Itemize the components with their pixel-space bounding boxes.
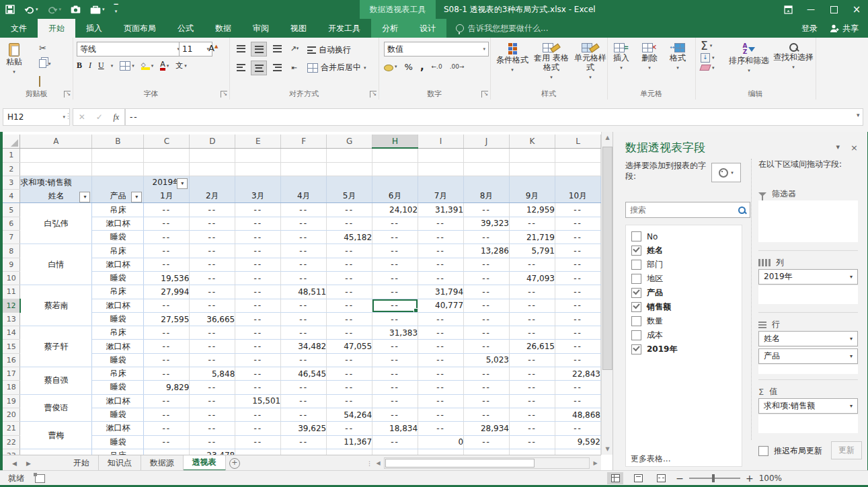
grid-cell[interactable]: -- xyxy=(144,367,190,381)
grid-cell[interactable]: -- xyxy=(327,244,372,258)
grid-cell[interactable]: -- xyxy=(235,340,281,353)
grid-cell[interactable]: 31,391 xyxy=(418,203,464,217)
month-header-4月[interactable]: 4月 xyxy=(281,190,327,203)
grid-cell[interactable]: 22,843 xyxy=(555,367,600,381)
pane-close-icon[interactable]: × xyxy=(851,143,858,153)
align-right-button[interactable] xyxy=(270,61,284,74)
grid-cell[interactable] xyxy=(235,148,281,162)
decrease-indent-button[interactable]: ⇤ xyxy=(287,61,302,74)
grid-cell[interactable]: -- xyxy=(327,394,372,408)
autosum-button[interactable]: Σ▾ xyxy=(701,40,715,51)
sort-filter-button[interactable]: AZ 排序和筛选▾ xyxy=(725,40,773,75)
italic-button[interactable]: I xyxy=(89,61,91,71)
grid-cell[interactable] xyxy=(464,148,510,162)
number-format-combo[interactable]: 数值▾ xyxy=(384,42,489,57)
grid-cell[interactable]: -- xyxy=(144,435,190,449)
copy-button[interactable]: ▾ xyxy=(39,59,51,68)
grid-cell[interactable] xyxy=(92,162,144,176)
grid-cell[interactable]: -- xyxy=(418,394,464,408)
grid-cell[interactable]: -- xyxy=(144,217,190,230)
font-name-combo[interactable]: 等线▾ xyxy=(77,42,183,57)
grid-cell[interactable]: -- xyxy=(327,326,372,340)
grid-cell[interactable]: -- xyxy=(555,285,600,299)
grid-cell[interactable]: -- xyxy=(372,271,418,285)
grid-cell[interactable] xyxy=(555,176,600,189)
grid-cell[interactable]: -- xyxy=(464,258,510,271)
field-checkbox[interactable] xyxy=(631,231,641,241)
wrap-text-button[interactable]: 自动换行 xyxy=(307,44,351,56)
grid-cell[interactable]: -- xyxy=(144,231,190,244)
grid-cell[interactable]: -- xyxy=(327,217,372,230)
grid-cell[interactable]: 47,055 xyxy=(327,340,372,353)
grid-cell[interactable]: -- xyxy=(509,299,555,312)
ribbon-tab-设计[interactable]: 设计 xyxy=(409,19,446,38)
month-header-9月[interactable]: 9月 xyxy=(509,190,555,203)
grid-cell[interactable]: -- xyxy=(555,381,600,394)
grid-cell[interactable]: -- xyxy=(235,435,281,449)
grid-cell[interactable]: -- xyxy=(372,285,418,299)
pivot-title-cell[interactable]: 求和项:销售额 xyxy=(20,176,92,189)
more-tables-link[interactable]: 更多表格... xyxy=(631,453,670,465)
grid-cell[interactable]: 15,501 xyxy=(235,394,281,408)
grid-cell[interactable]: -- xyxy=(464,285,510,299)
grid-cell[interactable]: 19,536 xyxy=(144,271,190,285)
grid-cell[interactable]: -- xyxy=(372,394,418,408)
grid-cell[interactable]: -- xyxy=(372,408,418,421)
defer-layout-checkbox[interactable] xyxy=(758,446,768,456)
grid-cell[interactable]: -- xyxy=(555,258,600,271)
grid-cell[interactable]: 40,777 xyxy=(418,299,464,312)
grid-cell[interactable]: -- xyxy=(555,394,600,408)
grid-cell[interactable] xyxy=(92,176,144,189)
grid-cell[interactable]: -- xyxy=(555,231,600,244)
sheet-tab-透视表[interactable]: 透视表 xyxy=(184,455,226,471)
grid-cell[interactable]: -- xyxy=(190,435,235,449)
area-pill-产品[interactable]: 产品▾ xyxy=(758,348,858,364)
grid-cell[interactable]: -- xyxy=(555,312,600,326)
row-header-1[interactable]: 1 xyxy=(3,148,20,162)
grid-cell[interactable]: -- xyxy=(464,231,510,244)
ribbon-tab-公式[interactable]: 公式 xyxy=(167,19,204,38)
grid-cell[interactable]: -- xyxy=(372,244,418,258)
pivot-column-field-cell[interactable]: 2019年 xyxy=(144,176,190,189)
field-item-2019年[interactable]: 2019年 xyxy=(626,342,742,357)
new-sheet-button[interactable]: + xyxy=(226,455,243,471)
name-box[interactable]: H12▾ xyxy=(3,108,70,126)
grid-cell[interactable]: -- xyxy=(327,381,372,394)
grid-cell[interactable]: -- xyxy=(144,394,190,408)
grid-cell[interactable]: 18,834 xyxy=(372,422,418,435)
horizontal-scrollbar-track[interactable] xyxy=(384,457,590,469)
grid-cell[interactable]: -- xyxy=(555,217,600,230)
values-area[interactable]: 求和项:销售额▾ xyxy=(758,398,858,433)
grid-cell[interactable] xyxy=(509,148,555,162)
field-item-产品[interactable]: 产品 xyxy=(626,286,742,300)
columns-area[interactable]: 2019年▾ xyxy=(758,269,858,304)
grid-cell[interactable]: -- xyxy=(418,408,464,421)
grid-cell[interactable]: -- xyxy=(190,271,235,285)
grid-cell[interactable]: -- xyxy=(281,435,327,449)
grid-cell[interactable]: -- xyxy=(464,381,510,394)
grid-cell[interactable] xyxy=(144,148,190,162)
sheet-tab-知识点[interactable]: 知识点 xyxy=(99,455,141,471)
grid-cell[interactable]: -- xyxy=(235,203,281,217)
product-cell[interactable]: 睡袋 xyxy=(92,231,144,244)
product-cell[interactable]: 漱口杯 xyxy=(92,258,144,271)
grid-cell[interactable]: -- xyxy=(509,258,555,271)
scroll-right-icon[interactable]: ▶ xyxy=(590,460,601,466)
grid-cell[interactable]: -- xyxy=(190,231,235,244)
insert-cells-button[interactable]: ⇇ 插入▾ xyxy=(610,40,633,73)
grid-cell[interactable]: -- xyxy=(418,422,464,435)
phonetic-guide-button[interactable]: 文▾ xyxy=(175,61,187,71)
area-pill-姓名[interactable]: 姓名▾ xyxy=(758,331,858,346)
grid-cell[interactable] xyxy=(555,162,600,176)
row-header-16[interactable]: 16 xyxy=(3,353,20,367)
grid-cell[interactable]: -- xyxy=(281,312,327,326)
row-header-10[interactable]: 10 xyxy=(3,271,20,285)
grid-cell[interactable] xyxy=(281,162,327,176)
name-cell-曹梅[interactable]: 曹梅 xyxy=(20,422,92,449)
zoom-in-icon[interactable]: + xyxy=(746,473,754,484)
month-header-5月[interactable]: 5月 xyxy=(327,190,372,203)
grid-cell[interactable]: 46,545 xyxy=(281,367,327,381)
grid-cell[interactable]: -- xyxy=(235,299,281,312)
grid-cell[interactable]: -- xyxy=(418,244,464,258)
grid-cell[interactable]: -- xyxy=(418,258,464,271)
